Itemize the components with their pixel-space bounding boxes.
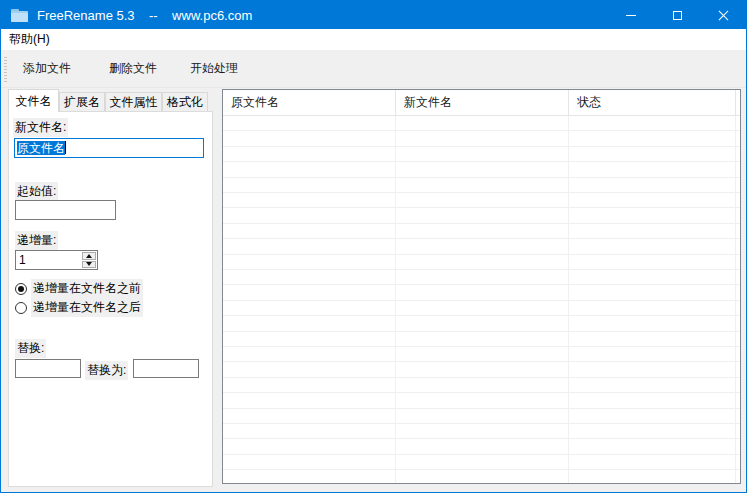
window-controls <box>608 0 746 30</box>
start-value-input[interactable] <box>15 200 116 220</box>
minimize-button[interactable] <box>608 0 654 30</box>
toolbar-grip-icon <box>4 57 7 82</box>
tab-extension[interactable]: 扩展名 <box>59 92 105 112</box>
remove-files-button[interactable]: 删除文件 <box>101 55 165 82</box>
column-divider <box>395 116 396 483</box>
filename-tab-page: 新文件名: 原文件名 起始值: 递增量: 递增量在文件名之前 递增量在文件名之后… <box>8 111 213 487</box>
text-caret <box>65 141 66 154</box>
column-header-new-filename[interactable]: 新文件名 <box>396 90 569 115</box>
close-button[interactable] <box>700 0 746 30</box>
file-table[interactable]: 原文件名 新文件名 状态 <box>222 89 741 484</box>
column-header-filler <box>736 90 740 115</box>
new-filename-input[interactable]: 原文件名 <box>14 138 204 158</box>
radio-unselected-icon <box>15 302 27 314</box>
column-header-original-filename[interactable]: 原文件名 <box>223 90 396 115</box>
window-title: FreeRename 5.3 -- www.pc6.com <box>37 8 252 23</box>
start-value-label: 起始值: <box>15 182 58 201</box>
replace-input[interactable] <box>15 359 81 378</box>
increment-label: 递增量: <box>15 231 58 250</box>
folder-icon <box>11 9 28 22</box>
column-header-status[interactable]: 状态 <box>569 90 736 115</box>
start-process-button[interactable]: 开始处理 <box>182 55 246 82</box>
menu-bar: 帮助(H) <box>1 29 746 50</box>
toolbar: 添加文件 删除文件 开始处理 <box>1 50 746 88</box>
arrow-up-icon <box>86 254 92 258</box>
tab-filename[interactable]: 文件名 <box>8 89 59 112</box>
title-bar: FreeRename 5.3 -- www.pc6.com <box>1 0 746 30</box>
arrow-down-icon <box>86 262 92 266</box>
column-divider <box>568 116 569 483</box>
file-table-body[interactable] <box>223 116 740 483</box>
radio-increment-before-label: 递增量在文件名之前 <box>31 279 143 298</box>
new-filename-label: 新文件名: <box>13 118 68 137</box>
radio-increment-after-label: 递增量在文件名之后 <box>31 298 143 317</box>
radio-increment-before[interactable]: 递增量在文件名之前 <box>15 279 143 298</box>
column-divider <box>735 116 736 483</box>
tab-file-attributes[interactable]: 文件属性 <box>105 92 162 112</box>
maximize-icon <box>673 11 682 20</box>
stepper-up-button[interactable] <box>82 252 96 260</box>
app-window: FreeRename 5.3 -- www.pc6.com 帮助(H) 添加文件… <box>0 0 747 493</box>
minimize-icon <box>626 15 636 16</box>
replace-with-input[interactable] <box>133 359 199 378</box>
add-files-button[interactable]: 添加文件 <box>15 55 79 82</box>
radio-selected-icon <box>15 283 27 295</box>
stepper-down-button[interactable] <box>82 261 96 269</box>
maximize-button[interactable] <box>654 0 700 30</box>
menu-help[interactable]: 帮助(H) <box>3 29 56 50</box>
new-filename-selected-text: 原文件名 <box>17 141 65 155</box>
replace-label: 替换: <box>15 339 46 358</box>
file-table-header: 原文件名 新文件名 状态 <box>223 90 740 116</box>
stepper-buttons <box>81 251 97 269</box>
replace-with-label: 替换为: <box>85 361 128 380</box>
radio-increment-after[interactable]: 递增量在文件名之后 <box>15 298 143 317</box>
tab-format[interactable]: 格式化 <box>162 92 208 112</box>
increment-stepper <box>15 250 98 270</box>
close-icon <box>718 10 729 21</box>
increment-input[interactable] <box>16 251 81 269</box>
